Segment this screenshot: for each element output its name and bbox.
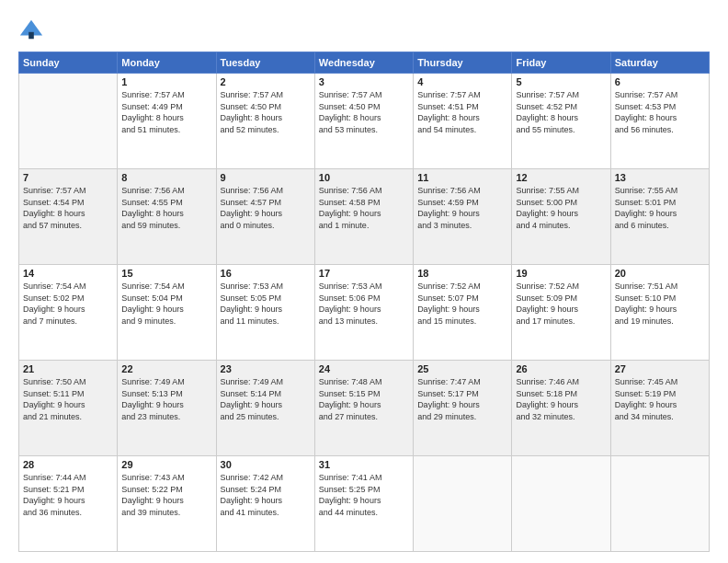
day-info: Sunrise: 7:51 AM Sunset: 5:10 PM Dayligh… (615, 281, 705, 327)
day-number: 10 (319, 172, 409, 183)
calendar-cell: 6Sunrise: 7:57 AM Sunset: 4:53 PM Daylig… (610, 74, 709, 169)
day-info: Sunrise: 7:46 AM Sunset: 5:18 PM Dayligh… (516, 376, 606, 422)
day-info: Sunrise: 7:52 AM Sunset: 5:07 PM Dayligh… (417, 281, 507, 327)
calendar-cell: 8Sunrise: 7:56 AM Sunset: 4:55 PM Daylig… (118, 169, 216, 265)
day-info: Sunrise: 7:57 AM Sunset: 4:53 PM Dayligh… (615, 89, 705, 135)
calendar-cell (414, 456, 512, 552)
calendar-cell: 3Sunrise: 7:57 AM Sunset: 4:50 PM Daylig… (314, 74, 413, 169)
day-info: Sunrise: 7:41 AM Sunset: 5:25 PM Dayligh… (319, 472, 409, 518)
calendar-cell: 14Sunrise: 7:54 AM Sunset: 5:02 PM Dayli… (19, 265, 118, 361)
day-number: 21 (23, 363, 113, 374)
day-info: Sunrise: 7:57 AM Sunset: 4:50 PM Dayligh… (221, 89, 311, 135)
day-number: 13 (615, 172, 705, 183)
day-info: Sunrise: 7:54 AM Sunset: 5:04 PM Dayligh… (121, 281, 211, 327)
calendar-cell: 27Sunrise: 7:45 AM Sunset: 5:19 PM Dayli… (610, 361, 709, 456)
calendar-cell: 10Sunrise: 7:56 AM Sunset: 4:58 PM Dayli… (314, 169, 413, 265)
weekday-header-monday: Monday (118, 52, 216, 74)
calendar-week-row: 7Sunrise: 7:57 AM Sunset: 4:54 PM Daylig… (19, 169, 710, 265)
day-info: Sunrise: 7:49 AM Sunset: 5:13 PM Dayligh… (121, 376, 211, 422)
day-number: 8 (121, 172, 211, 183)
day-number: 14 (23, 268, 113, 279)
day-number: 6 (615, 76, 705, 87)
weekday-header-row: SundayMondayTuesdayWednesdayThursdayFrid… (19, 52, 710, 74)
calendar-cell: 26Sunrise: 7:46 AM Sunset: 5:18 PM Dayli… (512, 361, 610, 456)
day-number: 25 (417, 363, 507, 374)
day-info: Sunrise: 7:50 AM Sunset: 5:11 PM Dayligh… (23, 376, 113, 422)
day-info: Sunrise: 7:57 AM Sunset: 4:51 PM Dayligh… (417, 89, 507, 135)
calendar-cell: 17Sunrise: 7:53 AM Sunset: 5:06 PM Dayli… (314, 265, 413, 361)
weekday-header-thursday: Thursday (414, 52, 512, 74)
day-info: Sunrise: 7:53 AM Sunset: 5:05 PM Dayligh… (221, 281, 311, 327)
day-number: 3 (319, 76, 409, 87)
day-number: 9 (221, 172, 311, 183)
day-number: 24 (319, 363, 409, 374)
day-info: Sunrise: 7:56 AM Sunset: 4:55 PM Dayligh… (121, 185, 211, 231)
weekday-header-sunday: Sunday (19, 52, 118, 74)
day-number: 2 (221, 76, 311, 87)
calendar-cell: 23Sunrise: 7:49 AM Sunset: 5:14 PM Dayli… (216, 361, 314, 456)
day-number: 7 (23, 172, 113, 183)
day-info: Sunrise: 7:45 AM Sunset: 5:19 PM Dayligh… (615, 376, 705, 422)
calendar-cell: 13Sunrise: 7:55 AM Sunset: 5:01 PM Dayli… (610, 169, 709, 265)
calendar-week-row: 28Sunrise: 7:44 AM Sunset: 5:21 PM Dayli… (19, 456, 710, 552)
calendar-week-row: 21Sunrise: 7:50 AM Sunset: 5:11 PM Dayli… (19, 361, 710, 456)
day-number: 26 (516, 363, 606, 374)
day-number: 4 (417, 76, 507, 87)
calendar-cell: 12Sunrise: 7:55 AM Sunset: 5:00 PM Dayli… (512, 169, 610, 265)
day-info: Sunrise: 7:43 AM Sunset: 5:22 PM Dayligh… (121, 472, 211, 518)
day-number: 23 (221, 363, 311, 374)
calendar-cell: 25Sunrise: 7:47 AM Sunset: 5:17 PM Dayli… (414, 361, 512, 456)
page: SundayMondayTuesdayWednesdayThursdayFrid… (0, 0, 728, 563)
day-info: Sunrise: 7:56 AM Sunset: 4:59 PM Dayligh… (417, 185, 507, 231)
day-info: Sunrise: 7:57 AM Sunset: 4:50 PM Dayligh… (319, 89, 409, 135)
svg-rect-1 (28, 32, 34, 39)
calendar-cell (512, 456, 610, 552)
day-number: 16 (221, 268, 311, 279)
calendar-cell: 4Sunrise: 7:57 AM Sunset: 4:51 PM Daylig… (414, 74, 512, 169)
day-info: Sunrise: 7:44 AM Sunset: 5:21 PM Dayligh… (23, 472, 113, 518)
day-info: Sunrise: 7:56 AM Sunset: 4:57 PM Dayligh… (221, 185, 311, 231)
day-number: 12 (516, 172, 606, 183)
day-number: 20 (615, 268, 705, 279)
calendar-cell: 16Sunrise: 7:53 AM Sunset: 5:05 PM Dayli… (216, 265, 314, 361)
day-info: Sunrise: 7:54 AM Sunset: 5:02 PM Dayligh… (23, 281, 113, 327)
calendar-cell: 20Sunrise: 7:51 AM Sunset: 5:10 PM Dayli… (610, 265, 709, 361)
day-info: Sunrise: 7:49 AM Sunset: 5:14 PM Dayligh… (221, 376, 311, 422)
calendar-cell: 11Sunrise: 7:56 AM Sunset: 4:59 PM Dayli… (414, 169, 512, 265)
weekday-header-saturday: Saturday (610, 52, 709, 74)
logo-icon (18, 17, 44, 42)
calendar-cell: 24Sunrise: 7:48 AM Sunset: 5:15 PM Dayli… (314, 361, 413, 456)
day-info: Sunrise: 7:57 AM Sunset: 4:52 PM Dayligh… (516, 89, 606, 135)
day-info: Sunrise: 7:47 AM Sunset: 5:17 PM Dayligh… (417, 376, 507, 422)
day-info: Sunrise: 7:48 AM Sunset: 5:15 PM Dayligh… (319, 376, 409, 422)
day-number: 11 (417, 172, 507, 183)
calendar-cell: 2Sunrise: 7:57 AM Sunset: 4:50 PM Daylig… (216, 74, 314, 169)
day-number: 18 (417, 268, 507, 279)
day-number: 15 (121, 268, 211, 279)
day-number: 1 (121, 76, 211, 87)
calendar-cell: 15Sunrise: 7:54 AM Sunset: 5:04 PM Dayli… (118, 265, 216, 361)
calendar-cell: 18Sunrise: 7:52 AM Sunset: 5:07 PM Dayli… (414, 265, 512, 361)
logo (18, 17, 48, 42)
day-info: Sunrise: 7:52 AM Sunset: 5:09 PM Dayligh… (516, 281, 606, 327)
day-info: Sunrise: 7:57 AM Sunset: 4:54 PM Dayligh… (23, 185, 113, 231)
day-number: 22 (121, 363, 211, 374)
day-number: 19 (516, 268, 606, 279)
day-number: 30 (221, 459, 311, 470)
day-info: Sunrise: 7:42 AM Sunset: 5:24 PM Dayligh… (221, 472, 311, 518)
day-number: 27 (615, 363, 705, 374)
day-number: 28 (23, 459, 113, 470)
day-number: 31 (319, 459, 409, 470)
calendar-cell: 9Sunrise: 7:56 AM Sunset: 4:57 PM Daylig… (216, 169, 314, 265)
day-info: Sunrise: 7:56 AM Sunset: 4:58 PM Dayligh… (319, 185, 409, 231)
calendar-cell: 31Sunrise: 7:41 AM Sunset: 5:25 PM Dayli… (314, 456, 413, 552)
calendar-week-row: 1Sunrise: 7:57 AM Sunset: 4:49 PM Daylig… (19, 74, 710, 169)
calendar-cell: 7Sunrise: 7:57 AM Sunset: 4:54 PM Daylig… (19, 169, 118, 265)
day-info: Sunrise: 7:55 AM Sunset: 5:01 PM Dayligh… (615, 185, 705, 231)
calendar-cell: 1Sunrise: 7:57 AM Sunset: 4:49 PM Daylig… (118, 74, 216, 169)
calendar-week-row: 14Sunrise: 7:54 AM Sunset: 5:02 PM Dayli… (19, 265, 710, 361)
calendar-cell: 5Sunrise: 7:57 AM Sunset: 4:52 PM Daylig… (512, 74, 610, 169)
calendar-cell: 29Sunrise: 7:43 AM Sunset: 5:22 PM Dayli… (118, 456, 216, 552)
weekday-header-tuesday: Tuesday (216, 52, 314, 74)
header (18, 17, 710, 42)
